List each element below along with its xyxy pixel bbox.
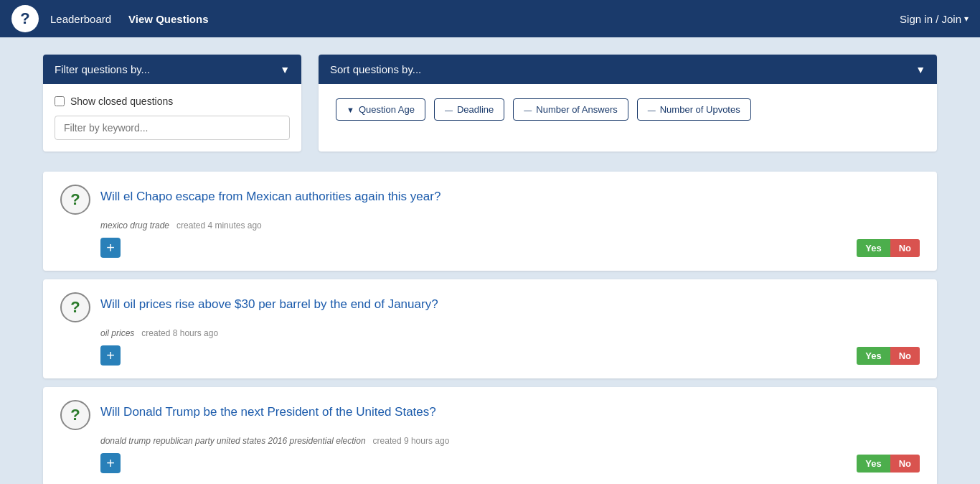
questions-list: ? Will el Chapo escape from Mexican auth… — [43, 172, 937, 484]
sort-icon: — — [445, 106, 453, 114]
navbar: ? Leaderboard View Questions Sign in / J… — [0, 0, 980, 37]
question-created: created 8 hours ago — [141, 328, 218, 338]
vote-buttons: Yes No — [857, 455, 920, 473]
show-closed-checkbox[interactable] — [55, 96, 65, 106]
question-created: created 4 minutes ago — [176, 220, 262, 231]
vote-yes-button[interactable]: Yes — [857, 455, 890, 473]
filter-chevron-icon: ▼ — [280, 64, 290, 75]
vote-no-button[interactable]: No — [890, 455, 920, 473]
nav-view-questions[interactable]: View Questions — [128, 13, 208, 25]
question-meta: donald trump republican party united sta… — [60, 436, 920, 446]
vote-buttons: Yes No — [857, 347, 920, 365]
main-content: Filter questions by... ▼ Show closed que… — [0, 37, 980, 484]
filter-panel-body: Show closed questions — [43, 84, 301, 152]
question-actions: + Yes No — [60, 238, 920, 258]
sort-icon: ▼ — [347, 106, 354, 114]
question-tags: oil prices — [100, 328, 134, 338]
question-card: ? Will Donald Trump be the next Presiden… — [43, 387, 937, 484]
question-tags: mexico drug trade — [100, 220, 169, 231]
question-tags: donald trump republican party united sta… — [100, 436, 366, 446]
show-closed-label[interactable]: Show closed questions — [70, 96, 173, 107]
sort-panel-title: Sort questions by... — [330, 63, 421, 75]
question-actions: + Yes No — [60, 345, 920, 366]
sort-btn-question-age[interactable]: ▼Question Age — [336, 98, 425, 121]
vote-buttons: Yes No — [857, 239, 920, 257]
question-meta: oil prices created 8 hours ago — [60, 328, 920, 338]
add-button[interactable]: + — [100, 238, 121, 258]
question-mark-icon: ? — [70, 298, 80, 317]
question-title[interactable]: Will Donald Trump be the next President … — [100, 404, 436, 420]
logo: ? — [11, 5, 39, 32]
filter-panel: Filter questions by... ▼ Show closed que… — [43, 55, 301, 152]
signin-chevron: ▾ — [964, 14, 969, 24]
nav-leaderboard[interactable]: Leaderboard — [50, 13, 111, 25]
question-actions: + Yes No — [60, 453, 920, 473]
filter-panel-header[interactable]: Filter questions by... ▼ — [43, 55, 301, 84]
sort-icon: — — [524, 106, 532, 114]
sort-btn-number-of-upvotes[interactable]: —Number of Upvotes — [637, 98, 751, 121]
sort-panel: Sort questions by... ▼ ▼Question Age—Dea… — [319, 55, 937, 152]
question-title[interactable]: Will oil prices rise above $30 per barre… — [100, 297, 438, 312]
sort-btn-deadline[interactable]: —Deadline — [434, 98, 504, 121]
question-card: ? Will el Chapo escape from Mexican auth… — [43, 172, 937, 271]
keyword-input[interactable] — [55, 116, 290, 140]
question-meta: mexico drug trade created 4 minutes ago — [60, 220, 920, 231]
question-top: ? Will oil prices rise above $30 per bar… — [60, 292, 920, 322]
sort-icon: — — [648, 106, 656, 114]
nav-links: Leaderboard View Questions — [50, 13, 900, 25]
question-icon: ? — [60, 185, 90, 215]
question-top: ? Will el Chapo escape from Mexican auth… — [60, 185, 920, 215]
add-button[interactable]: + — [100, 345, 121, 366]
sort-btn-number-of-answers[interactable]: —Number of Answers — [513, 98, 628, 121]
filter-panel-title: Filter questions by... — [55, 63, 150, 75]
vote-yes-button[interactable]: Yes — [857, 347, 890, 365]
sort-chevron-icon: ▼ — [915, 64, 925, 75]
question-title[interactable]: Will el Chapo escape from Mexican author… — [100, 189, 440, 205]
show-closed-row: Show closed questions — [55, 96, 290, 107]
signin-label: Sign in / Join — [900, 13, 961, 25]
question-mark-icon: ? — [70, 406, 80, 424]
sort-panel-body: ▼Question Age—Deadline—Number of Answers… — [319, 84, 937, 135]
logo-symbol: ? — [20, 9, 29, 28]
add-button[interactable]: + — [100, 453, 121, 473]
sort-panel-header[interactable]: Sort questions by... ▼ — [319, 55, 937, 84]
question-created: created 9 hours ago — [373, 436, 450, 446]
filter-sort-row: Filter questions by... ▼ Show closed que… — [43, 55, 937, 152]
question-card: ? Will oil prices rise above $30 per bar… — [43, 279, 937, 378]
question-icon: ? — [60, 400, 90, 430]
vote-yes-button[interactable]: Yes — [857, 239, 890, 257]
question-mark-icon: ? — [70, 190, 80, 209]
vote-no-button[interactable]: No — [890, 347, 920, 365]
question-icon: ? — [60, 292, 90, 322]
question-top: ? Will Donald Trump be the next Presiden… — [60, 400, 920, 430]
signin-button[interactable]: Sign in / Join ▾ — [900, 13, 969, 25]
vote-no-button[interactable]: No — [890, 239, 920, 257]
